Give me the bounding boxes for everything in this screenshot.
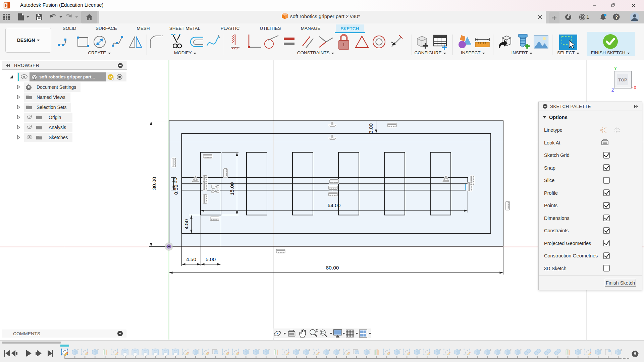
svg-text:3.00: 3.00 bbox=[368, 123, 374, 134]
svg-text:Y: Y bbox=[614, 66, 617, 71]
svg-text:4.50: 4.50 bbox=[183, 219, 189, 230]
svg-text:?: ? bbox=[615, 14, 618, 20]
svg-text:F: F bbox=[5, 3, 7, 8]
svg-text:4.50: 4.50 bbox=[186, 256, 197, 262]
svg-text:-X: -X bbox=[631, 85, 637, 90]
svg-text:Z: Z bbox=[611, 88, 614, 93]
svg-text:5.00: 5.00 bbox=[206, 256, 216, 262]
svg-text:64.00: 64.00 bbox=[328, 202, 341, 208]
svg-text:15.00: 15.00 bbox=[229, 182, 235, 195]
svg-text:TOP: TOP bbox=[618, 77, 627, 82]
svg-text:0.50: 0.50 bbox=[173, 185, 179, 195]
svg-text:30.00: 30.00 bbox=[151, 177, 157, 190]
svg-text:R: R bbox=[109, 75, 112, 79]
svg-text:80.00: 80.00 bbox=[326, 265, 339, 270]
